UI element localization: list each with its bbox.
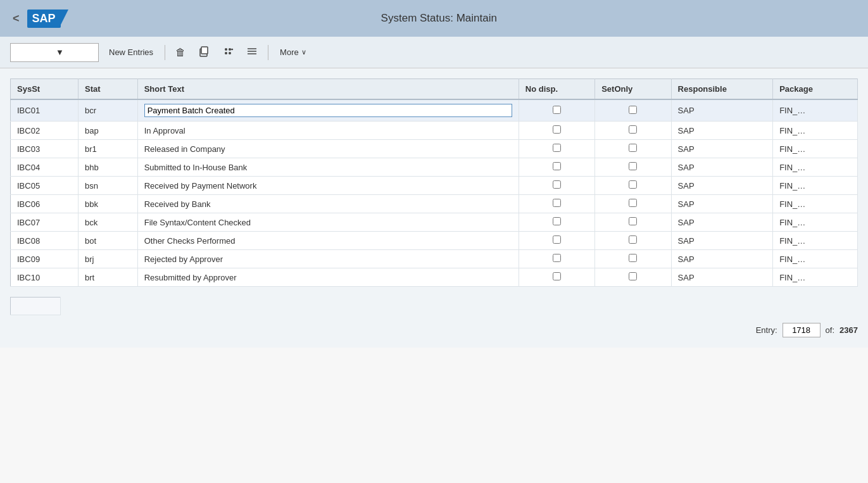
checkbox-setonly[interactable] [629, 144, 637, 152]
cell-package: FIN_… [773, 122, 858, 140]
table-row: IBC03br1Released in CompanySAPFIN_… [11, 140, 858, 158]
new-entries-button[interactable]: New Entries [104, 45, 158, 60]
cell-nodisp[interactable] [519, 99, 594, 122]
cell-nodisp[interactable] [519, 140, 594, 158]
cell-package: FIN_… [773, 232, 858, 250]
svg-point-3 [229, 48, 231, 51]
cell-responsible: SAP [671, 268, 773, 287]
checkbox-nodisp[interactable] [553, 106, 561, 114]
copy-button[interactable] [194, 43, 213, 62]
checkbox-nodisp[interactable] [553, 254, 561, 262]
cell-sysst: IBC02 [11, 122, 79, 140]
checkbox-setonly[interactable] [629, 272, 637, 280]
cell-responsible: SAP [671, 140, 773, 158]
checkbox-nodisp[interactable] [553, 125, 561, 134]
delete-icon: 🗑 [175, 47, 186, 58]
checkbox-setonly[interactable] [629, 162, 637, 170]
cell-setonly[interactable] [595, 213, 671, 232]
cell-nodisp[interactable] [519, 268, 594, 287]
cell-stat: bsn [79, 177, 138, 195]
cell-package: FIN_… [773, 213, 858, 232]
status-table: SysSt Stat Short Text No disp. SetOnly R… [10, 78, 858, 287]
checkbox-nodisp[interactable] [553, 180, 561, 189]
cell-nodisp[interactable] [519, 158, 594, 177]
checkbox-nodisp[interactable] [553, 144, 561, 152]
cell-nodisp[interactable] [519, 232, 594, 250]
cell-setonly[interactable] [595, 158, 671, 177]
cell-stat: bck [79, 213, 138, 232]
svg-point-2 [225, 48, 227, 51]
copy-icon [198, 46, 210, 60]
checkbox-setonly[interactable] [629, 235, 637, 244]
cell-package: FIN_… [773, 158, 858, 177]
cell-setonly[interactable] [595, 232, 671, 250]
delete-button[interactable]: 🗑 [172, 44, 189, 61]
cell-nodisp[interactable] [519, 195, 594, 213]
cell-stat: bot [79, 232, 138, 250]
align-button[interactable] [242, 43, 261, 62]
move-icon [222, 46, 234, 60]
checkbox-setonly[interactable] [629, 106, 637, 114]
title-bar-left: < SAP [13, 9, 61, 28]
back-button[interactable]: < [13, 12, 20, 25]
cell-responsible: SAP [671, 158, 773, 177]
cell-nodisp[interactable] [519, 122, 594, 140]
cell-short-text[interactable] [137, 99, 519, 122]
table-header-row: SysSt Stat Short Text No disp. SetOnly R… [11, 79, 858, 100]
checkbox-setonly[interactable] [629, 199, 637, 207]
cell-short-text: File Syntax/Content Checked [137, 213, 519, 232]
more-button[interactable]: More ∨ [275, 45, 311, 60]
checkbox-nodisp[interactable] [553, 199, 561, 207]
filter-dropdown[interactable]: ▼ [10, 43, 99, 62]
cell-setonly[interactable] [595, 122, 671, 140]
short-text-input[interactable] [144, 104, 512, 117]
cell-short-text: Received by Bank [137, 195, 519, 213]
svg-rect-1 [201, 47, 208, 54]
cell-setonly[interactable] [595, 140, 671, 158]
cell-sysst: IBC01 [11, 99, 79, 122]
cell-package: FIN_… [773, 140, 858, 158]
table-row: IBC10brtResubmitted by ApproverSAPFIN_… [11, 268, 858, 287]
col-header-package: Package [773, 79, 858, 100]
toolbar-separator-1 [165, 45, 165, 60]
footer-area: Entry: of: 2367 [0, 297, 868, 348]
cell-setonly[interactable] [595, 177, 671, 195]
svg-point-4 [225, 52, 227, 54]
cell-sysst: IBC05 [11, 177, 79, 195]
cell-setonly[interactable] [595, 99, 671, 122]
empty-row-table [10, 297, 61, 315]
page-title: System Status: Maintain [381, 12, 497, 25]
cell-setonly[interactable] [595, 268, 671, 287]
checkbox-nodisp[interactable] [553, 272, 561, 280]
table-row: IBC07bckFile Syntax/Content CheckedSAPFI… [11, 213, 858, 232]
checkbox-setonly[interactable] [629, 254, 637, 262]
cell-nodisp[interactable] [519, 177, 594, 195]
cell-setonly[interactable] [595, 195, 671, 213]
cell-stat: brt [79, 268, 138, 287]
cell-setonly[interactable] [595, 250, 671, 268]
col-header-stat: Stat [79, 79, 138, 100]
cell-nodisp[interactable] [519, 213, 594, 232]
cell-package: FIN_… [773, 268, 858, 287]
main-content: SysSt Stat Short Text No disp. SetOnly R… [0, 68, 868, 297]
entry-input[interactable] [783, 323, 821, 337]
checkbox-setonly[interactable] [629, 180, 637, 189]
cell-sysst: IBC09 [11, 250, 79, 268]
checkbox-setonly[interactable] [629, 217, 637, 225]
cell-short-text: Released in Company [137, 140, 519, 158]
col-header-sysst: SysSt [11, 79, 79, 100]
of-label: of: [826, 325, 834, 335]
move-button[interactable] [218, 43, 237, 62]
total-entries: 2367 [840, 325, 858, 335]
checkbox-nodisp[interactable] [553, 162, 561, 170]
cell-stat: brj [79, 250, 138, 268]
checkbox-nodisp[interactable] [553, 217, 561, 225]
table-row: IBC08botOther Checks PerformedSAPFIN_… [11, 232, 858, 250]
checkbox-setonly[interactable] [629, 125, 637, 134]
cell-sysst: IBC03 [11, 140, 79, 158]
align-icon [246, 46, 258, 60]
checkbox-nodisp[interactable] [553, 235, 561, 244]
cell-responsible: SAP [671, 122, 773, 140]
cell-nodisp[interactable] [519, 250, 594, 268]
cell-stat: bhb [79, 158, 138, 177]
